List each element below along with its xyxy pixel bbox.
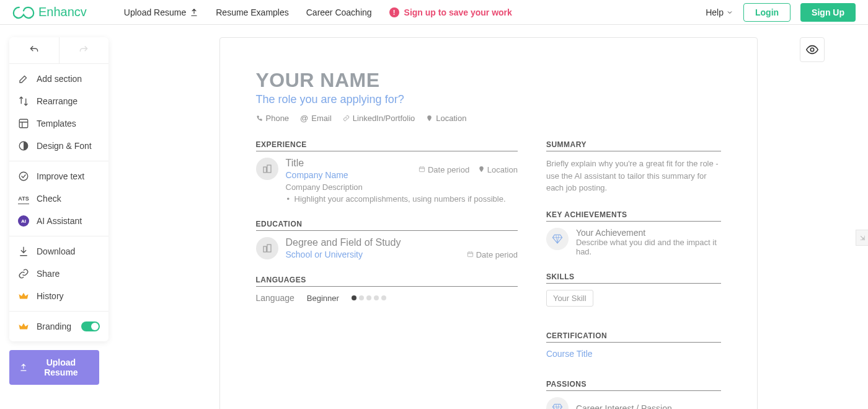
undo-redo-bar	[9, 37, 108, 64]
download-icon	[18, 246, 29, 257]
sidebar-branding[interactable]: Branding	[9, 315, 108, 338]
edu-degree[interactable]: Degree and Field of Study	[286, 237, 401, 248]
language-entry[interactable]: Language Beginner	[256, 293, 518, 303]
school-icon	[256, 237, 278, 259]
upload-resume-button[interactable]: Upload Resume	[9, 350, 99, 385]
label: AI Assistant	[37, 216, 82, 226]
experience-entry[interactable]: Title Company Name Date period Location …	[256, 158, 518, 204]
contact-linkedin[interactable]: LinkedIn/Portfolio	[343, 114, 415, 123]
sidebar-rearrange[interactable]: Rearrange	[9, 90, 108, 112]
nav-career-coaching[interactable]: Career Coaching	[306, 7, 372, 17]
preview-button[interactable]	[800, 37, 825, 62]
label: Date period	[476, 250, 518, 259]
exp-location[interactable]: Location	[478, 165, 518, 174]
sidebar-download[interactable]: Download	[9, 240, 108, 263]
cert-title[interactable]: Course Title	[546, 349, 721, 359]
exp-bullet[interactable]: Highlight your accomplishments, using nu…	[286, 194, 518, 204]
sidebar-improve-text[interactable]: Improve text	[9, 165, 108, 187]
signup-msg-text: Sign up to save your work	[404, 7, 512, 17]
dot	[381, 295, 386, 300]
redo-icon	[78, 45, 89, 53]
expand-tab[interactable]: ⇲	[856, 230, 868, 246]
upload-resume-label: Upload Resume	[33, 357, 89, 377]
logo[interactable]: Enhancv	[12, 5, 87, 19]
sidebar-design-font[interactable]: Design & Font	[9, 135, 108, 157]
contrast-icon	[18, 140, 29, 151]
label: Improve text	[37, 171, 84, 181]
ach-desc[interactable]: Describe what you did and the impact it …	[576, 238, 721, 256]
label: Email	[311, 114, 332, 123]
edu-date[interactable]: Date period	[467, 250, 518, 259]
ach-title[interactable]: Your Achievement	[576, 228, 721, 238]
redo-button[interactable]	[60, 37, 109, 63]
exp-meta: Date period Location	[418, 165, 518, 174]
contacts-row: Phone @Email LinkedIn/Portfolio Location	[256, 114, 721, 123]
label: Phone	[266, 114, 290, 123]
branding-toggle[interactable]	[81, 321, 100, 331]
sidebar-share[interactable]: Share	[9, 263, 108, 285]
logo-text: Enhancv	[38, 5, 87, 19]
label: History	[37, 291, 64, 301]
ats-icon: ATS	[18, 193, 29, 204]
skill-pill[interactable]: Your Skill	[546, 290, 593, 307]
contact-email[interactable]: @Email	[300, 114, 332, 123]
exp-date[interactable]: Date period	[418, 165, 469, 174]
lang-level[interactable]: Beginner	[307, 294, 339, 303]
undo-button[interactable]	[9, 37, 60, 63]
signup-save-banner[interactable]: ! Sign up to save your work	[389, 7, 512, 17]
achievement-entry[interactable]: Your Achievement Describe what you did a…	[546, 228, 721, 256]
svg-point-2	[19, 172, 28, 181]
exp-company[interactable]: Company Name	[286, 170, 348, 180]
label: Download	[37, 246, 75, 256]
label: Rearrange	[37, 96, 78, 106]
dot	[359, 295, 364, 300]
svg-rect-7	[264, 246, 267, 252]
svg-point-3	[810, 48, 814, 52]
passion-title[interactable]: Career Interest / Passion	[576, 403, 672, 410]
improve-icon	[18, 171, 29, 182]
label: Design & Font	[37, 141, 92, 151]
lang-dots[interactable]	[352, 295, 386, 300]
exp-title[interactable]: Title	[286, 158, 348, 169]
location-icon	[478, 166, 485, 173]
calendar-icon	[418, 166, 425, 173]
sidebar-check[interactable]: ATSCheck	[9, 187, 108, 210]
templates-icon	[18, 118, 29, 129]
section-certification-title: CERTIFICATION	[546, 331, 721, 343]
calendar-icon	[467, 251, 474, 258]
name-field[interactable]: YOUR NAME	[256, 69, 721, 92]
svg-rect-4	[264, 167, 267, 173]
dot	[366, 295, 371, 300]
sidebar-templates[interactable]: Templates	[9, 112, 108, 135]
label: Location	[436, 114, 466, 123]
svg-rect-6	[420, 167, 425, 171]
signup-button[interactable]: Sign Up	[800, 3, 856, 22]
nav-resume-examples[interactable]: Resume Examples	[216, 7, 289, 17]
summary-text[interactable]: Briefly explain why you're a great fit f…	[546, 158, 721, 194]
label: Branding	[37, 321, 71, 331]
help-menu[interactable]: Help	[706, 7, 733, 17]
contact-phone[interactable]: Phone	[256, 114, 290, 123]
login-button[interactable]: Login	[743, 3, 790, 22]
label: Date period	[428, 165, 469, 174]
contact-location[interactable]: Location	[426, 114, 466, 123]
location-icon	[426, 115, 433, 122]
education-entry[interactable]: Degree and Field of Study School or Univ…	[256, 237, 518, 259]
crown-icon	[18, 290, 29, 302]
alert-icon: !	[389, 7, 399, 17]
lang-name[interactable]: Language	[256, 293, 294, 303]
passion-entry[interactable]: Career Interest / Passion	[546, 397, 721, 410]
resume-canvas[interactable]: YOUR NAME The role you are applying for?…	[219, 37, 758, 409]
sidebar-add-section[interactable]: Add section	[9, 68, 108, 90]
ai-icon: AI	[18, 215, 29, 227]
role-field[interactable]: The role you are applying for?	[256, 93, 721, 106]
edit-icon	[18, 73, 29, 84]
svg-rect-0	[19, 119, 28, 128]
exp-description[interactable]: Company Description	[286, 182, 518, 192]
sidebar-history[interactable]: History	[9, 285, 108, 307]
nav-upload-label: Upload Resume	[124, 7, 186, 17]
edu-school[interactable]: School or University	[286, 249, 401, 259]
dot	[374, 295, 379, 300]
nav-upload-resume[interactable]: Upload Resume	[124, 7, 198, 17]
sidebar-ai-assistant[interactable]: AIAI Assistant	[9, 210, 108, 232]
